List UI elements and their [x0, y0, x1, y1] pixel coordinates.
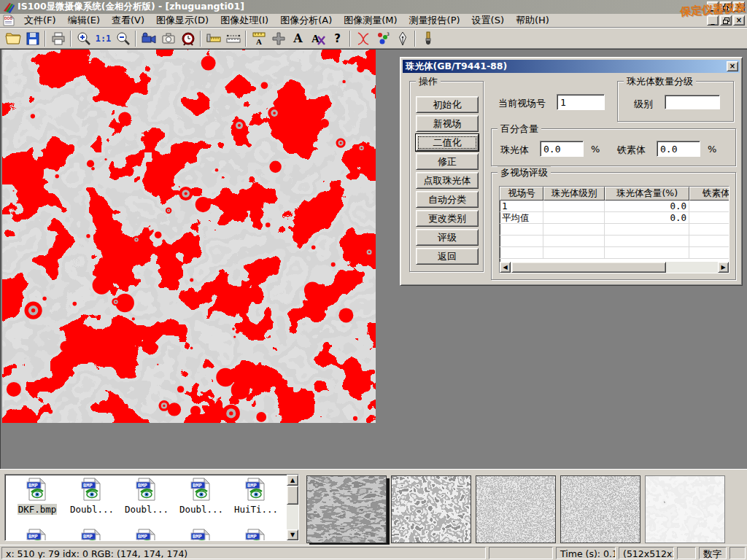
- toolbar-separator: [414, 31, 416, 47]
- menu-help[interactable]: 帮助(H): [510, 14, 555, 27]
- scroll-right-icon[interactable]: ▶: [718, 262, 729, 273]
- return-button[interactable]: 返回: [416, 248, 479, 265]
- svg-text:DOC: DOC: [4, 16, 13, 20]
- metallographic-image[interactable]: [2, 50, 376, 423]
- col-pearlite-grade[interactable]: 珠光体级别: [543, 187, 605, 201]
- col-ferrite-content[interactable]: 铁素体含量(%): [689, 187, 729, 201]
- operations-group-label: 操作: [416, 75, 441, 88]
- print-icon[interactable]: [48, 29, 68, 48]
- cell-field: 平均值: [500, 212, 543, 223]
- thumbnail-1[interactable]: [306, 475, 387, 543]
- ruler-icon[interactable]: [223, 29, 243, 48]
- save-file-icon[interactable]: [23, 29, 42, 48]
- file-item[interactable]: BMP: [230, 529, 282, 541]
- video-camera-icon[interactable]: [139, 29, 158, 48]
- menu-image-process[interactable]: 图像处理(I): [214, 14, 274, 27]
- bmp-file-icon: BMP: [26, 478, 48, 501]
- pearlite-percent-input[interactable]: [540, 141, 584, 157]
- measure-label-icon[interactable]: A: [249, 29, 268, 48]
- file-list-scrollbar[interactable]: ▲ ▼: [287, 475, 298, 540]
- file-item[interactable]: BMP: [175, 529, 228, 541]
- menu-image-display[interactable]: 图像显示(D): [150, 14, 214, 27]
- scroll-down-icon[interactable]: ▼: [287, 529, 298, 540]
- thumbnail-2[interactable]: [391, 475, 471, 543]
- file-name[interactable]: HuiTi...: [233, 504, 279, 515]
- thumbnail-4[interactable]: [560, 475, 640, 543]
- svg-text:A: A: [256, 37, 262, 46]
- grade-button[interactable]: 评级: [416, 229, 479, 246]
- file-item[interactable]: BMP Doubl...: [175, 478, 228, 515]
- timer-icon[interactable]: [178, 29, 198, 48]
- dialog-title-bar[interactable]: 珠光体(GB/T9441-88): [403, 60, 740, 73]
- menu-report[interactable]: 测量报告(P): [403, 14, 466, 27]
- ferrite-percent-input[interactable]: [657, 141, 700, 157]
- file-name[interactable]: Doubl...: [69, 504, 115, 515]
- multi-view-group-label: 多视场评级: [498, 166, 551, 179]
- col-pearlite-content[interactable]: 珠光体含量(%): [605, 187, 689, 201]
- grading-group-label: 珠光体数量分级: [624, 75, 696, 88]
- help-icon[interactable]: ?: [328, 29, 347, 48]
- capture-camera-icon[interactable]: [158, 29, 178, 48]
- file-name[interactable]: DKF.bmp: [18, 504, 58, 515]
- pen-tool-icon[interactable]: [392, 29, 412, 48]
- bmp-file-icon: BMP: [190, 529, 212, 541]
- initialize-button[interactable]: 初始化: [416, 96, 479, 113]
- scrollbar-thumb[interactable]: [511, 262, 666, 273]
- menu-settings[interactable]: 设置(S): [466, 14, 510, 27]
- brush-tool-icon[interactable]: [418, 29, 438, 48]
- text-annotation-icon[interactable]: A: [288, 29, 308, 48]
- change-class-button[interactable]: 更改类别: [416, 210, 479, 227]
- dialog-close-button[interactable]: ×: [727, 61, 738, 71]
- zoom-out-icon[interactable]: [113, 29, 133, 48]
- binarize-button[interactable]: 二值化: [416, 134, 479, 151]
- status-empty-panel: [677, 547, 696, 559]
- table-row[interactable]: 1 0.0: [500, 201, 729, 212]
- menu-edit[interactable]: 编辑(E): [62, 14, 106, 27]
- correct-button[interactable]: 修正: [416, 153, 479, 170]
- table-horizontal-scrollbar[interactable]: ◀ ▶: [500, 262, 729, 273]
- classify-tool-icon[interactable]: 3: [373, 29, 392, 48]
- menu-file[interactable]: 文件(F): [18, 14, 62, 27]
- file-item[interactable]: BMP HuiTi...: [230, 478, 282, 515]
- scrollbar-thumb[interactable]: [287, 486, 298, 505]
- curve-tool-icon[interactable]: [353, 29, 373, 48]
- level-input[interactable]: [665, 95, 720, 109]
- file-name[interactable]: Doubl...: [179, 504, 224, 515]
- file-item[interactable]: BMP Doubl...: [66, 478, 118, 515]
- svg-text:BMP: BMP: [83, 483, 93, 489]
- bottom-panel: BMP DKF.bmp BMP Doubl... BMP Doubl... BM…: [0, 469, 747, 545]
- mdi-restore-button[interactable]: [720, 15, 732, 26]
- menu-image-measure[interactable]: 图像测量(M): [338, 14, 403, 27]
- status-empty-panel: [489, 547, 553, 559]
- file-item[interactable]: BMP Doubl...: [120, 478, 173, 515]
- current-view-input[interactable]: [557, 94, 605, 110]
- caliper-icon[interactable]: [204, 29, 223, 48]
- status-image-size: (512x512x24): [619, 547, 674, 559]
- file-item[interactable]: BMP: [66, 529, 118, 541]
- table-row[interactable]: 平均值 0.0: [500, 212, 729, 224]
- mdi-close-button[interactable]: ×: [733, 15, 745, 26]
- title-bar: IS100显微摄像系统(金相分析版) - [zhuguangti01] _ ×: [0, 0, 747, 14]
- file-item[interactable]: BMP: [11, 529, 63, 541]
- auto-classify-button[interactable]: 自动分类: [416, 191, 479, 208]
- cell-field: 1: [500, 201, 543, 211]
- bmp-file-icon: BMP: [190, 478, 212, 501]
- file-item[interactable]: BMP DKF.bmp: [11, 478, 63, 515]
- menu-view[interactable]: 查看(V): [106, 14, 150, 27]
- delete-annotation-icon[interactable]: A: [308, 29, 328, 48]
- open-file-icon[interactable]: [3, 29, 23, 48]
- pick-pearlite-button[interactable]: 点取珠光体: [416, 172, 479, 189]
- new-field-button[interactable]: 新视场: [416, 115, 479, 132]
- menu-image-analysis[interactable]: 图像分析(A): [274, 14, 338, 27]
- scroll-up-icon[interactable]: ▲: [287, 475, 298, 486]
- scroll-left-icon[interactable]: ◀: [500, 262, 511, 273]
- thumbnail-5[interactable]: [645, 475, 725, 543]
- cursor-info: x: 510 y: 79 idx: 0 RGB: (174, 174, 174): [1, 547, 486, 559]
- move-tool-icon[interactable]: [268, 29, 288, 48]
- file-name[interactable]: Doubl...: [124, 504, 169, 515]
- zoom-in-icon[interactable]: [74, 29, 93, 48]
- thumbnail-3[interactable]: [476, 475, 556, 543]
- file-item[interactable]: BMP: [120, 529, 173, 541]
- col-field-number[interactable]: 视场号: [500, 187, 543, 201]
- actual-size-icon[interactable]: 1:1: [93, 29, 113, 48]
